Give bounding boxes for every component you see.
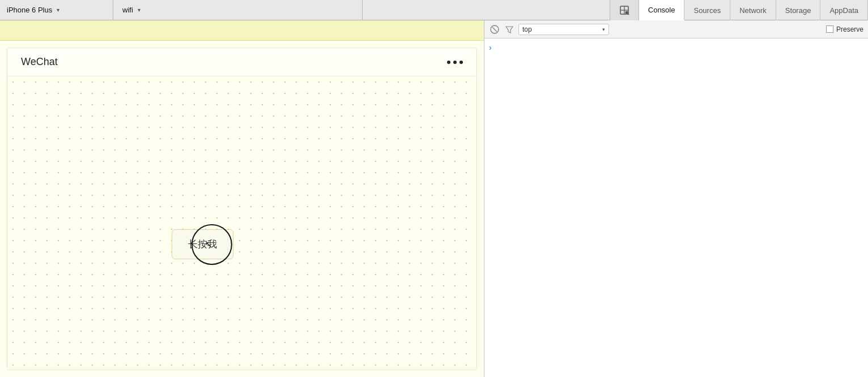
simulator-status-bar: [0, 20, 484, 41]
simulator-panel: WeChat 长按我: [0, 20, 484, 377]
longpress-text: 长按我: [188, 239, 217, 250]
dot-3: [459, 61, 463, 64]
wifi-dropdown-arrow[interactable]: ▾: [138, 7, 141, 13]
device-dropdown-arrow[interactable]: ▾: [57, 7, 59, 13]
tab-appdata[interactable]: AppData: [820, 0, 868, 20]
wifi-label: wifi: [122, 6, 133, 14]
inspector-icon[interactable]: [610, 0, 639, 20]
app-body: 长按我 ↖: [7, 76, 476, 370]
filter-value: top: [522, 25, 600, 33]
preserve-label: Preserve: [836, 25, 863, 33]
dot-1: [447, 61, 450, 64]
filter-input-container[interactable]: top ▾: [518, 24, 609, 35]
tab-console[interactable]: Console: [639, 0, 685, 20]
wifi-selector[interactable]: wifi ▾: [113, 0, 363, 20]
longpress-button[interactable]: 长按我 ↖: [172, 229, 233, 259]
console-arrow[interactable]: ›: [489, 41, 863, 54]
filter-icon[interactable]: [504, 24, 515, 35]
longpress-container: 长按我 ↖: [172, 229, 233, 259]
dot-2: [453, 61, 457, 64]
app-title-bar: WeChat: [7, 48, 476, 76]
console-clear-button[interactable]: [489, 24, 500, 35]
tab-sources[interactable]: Sources: [684, 0, 730, 20]
device-selector[interactable]: iPhone 6 Plus ▾: [0, 0, 113, 20]
preserve-area: Preserve: [826, 25, 863, 33]
svg-marker-7: [506, 27, 513, 33]
app-menu-dots[interactable]: [447, 61, 463, 64]
console-toolbar: top ▾ Preserve: [484, 20, 868, 38]
filter-dropdown-arrow[interactable]: ▾: [602, 27, 605, 32]
preserve-checkbox[interactable]: [826, 25, 833, 33]
svg-line-6: [492, 27, 497, 32]
console-body: ›: [484, 38, 868, 377]
device-label: iPhone 6 Plus: [7, 6, 52, 14]
tab-storage[interactable]: Storage: [776, 0, 821, 20]
devtools-panel: top ▾ Preserve ›: [484, 20, 868, 377]
tab-network[interactable]: Network: [730, 0, 776, 20]
svg-point-3: [625, 11, 628, 14]
app-window: WeChat 长按我: [7, 48, 477, 370]
app-title: WeChat: [21, 56, 58, 68]
